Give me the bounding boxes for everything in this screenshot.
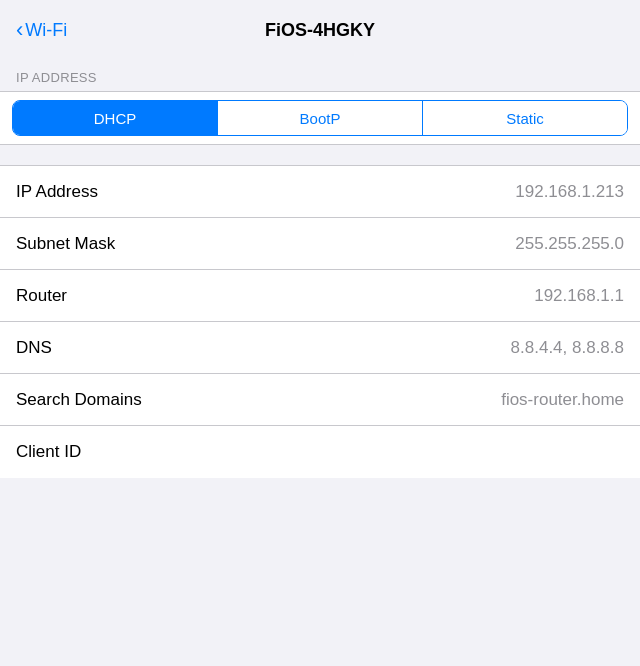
- dns-value: 8.8.4.4, 8.8.8.8: [511, 338, 624, 358]
- segment-static[interactable]: Static: [422, 101, 627, 135]
- ip-address-value: 192.168.1.213: [515, 182, 624, 202]
- navigation-bar: ‹ Wi-Fi FiOS-4HGKY: [0, 0, 640, 60]
- subnet-mask-value: 255.255.255.0: [515, 234, 624, 254]
- table-row: Subnet Mask 255.255.255.0: [0, 218, 640, 270]
- section-header-ip-address: IP ADDRESS: [0, 60, 640, 91]
- subnet-mask-label: Subnet Mask: [16, 234, 115, 254]
- back-label: Wi-Fi: [25, 20, 67, 41]
- segment-bootp[interactable]: BootP: [217, 101, 422, 135]
- router-label: Router: [16, 286, 67, 306]
- search-domains-value: fios-router.home: [501, 390, 624, 410]
- back-chevron-icon: ‹: [16, 19, 23, 41]
- ip-address-label: IP Address: [16, 182, 98, 202]
- dns-label: DNS: [16, 338, 52, 358]
- table-row: DNS 8.8.4.4, 8.8.8.8: [0, 322, 640, 374]
- table-row: Client ID: [0, 426, 640, 478]
- segment-dhcp[interactable]: DHCP: [13, 101, 217, 135]
- network-info-table: IP Address 192.168.1.213 Subnet Mask 255…: [0, 165, 640, 478]
- table-row: Search Domains fios-router.home: [0, 374, 640, 426]
- back-button[interactable]: ‹ Wi-Fi: [16, 19, 67, 41]
- search-domains-label: Search Domains: [16, 390, 142, 410]
- client-id-label: Client ID: [16, 442, 81, 462]
- segmented-control-container: DHCP BootP Static: [0, 91, 640, 145]
- ip-mode-segmented-control: DHCP BootP Static: [12, 100, 628, 136]
- page-title: FiOS-4HGKY: [265, 20, 375, 41]
- table-row: IP Address 192.168.1.213: [0, 166, 640, 218]
- table-row: Router 192.168.1.1: [0, 270, 640, 322]
- router-value: 192.168.1.1: [534, 286, 624, 306]
